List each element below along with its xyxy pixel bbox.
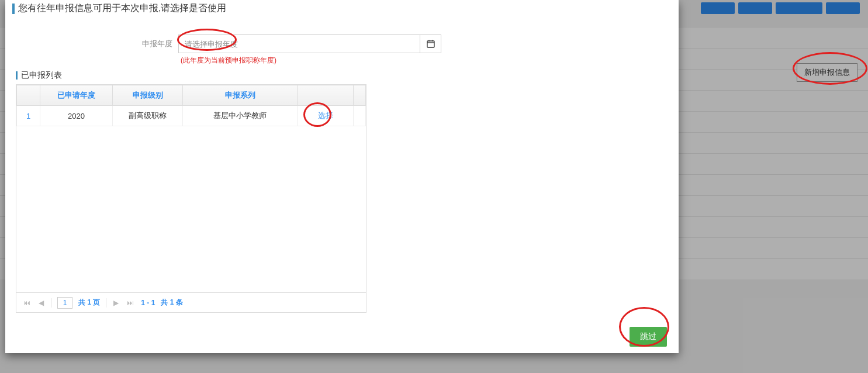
previous-declaration-modal: 您有往年申报信息可用于本次申报,请选择是否使用 申报年度: [5, 0, 679, 353]
year-form-row: 申报年度 (此年度为当前预申报职称年度): [16, 34, 668, 65]
table-row: 1 2020 副高级职称 基层中小学教师 选择: [17, 106, 366, 126]
year-label: 申报年度: [16, 34, 172, 49]
declared-table: 已申请年度 申报级别 申报系列 1 2020 副高级职称 基层中小学教师 选择: [16, 84, 366, 293]
col-series: 申报系列: [183, 85, 298, 106]
row-index: 1: [17, 106, 40, 126]
modal-footer: 跳过: [5, 320, 679, 353]
col-year: 已申请年度: [40, 85, 113, 106]
modal-title-text: 您有往年申报信息可用于本次申报,请选择是否使用: [18, 2, 226, 15]
pager-total-records: 共 1 条: [161, 298, 182, 308]
modal-title-bar: 您有往年申报信息可用于本次申报,请选择是否使用: [5, 0, 679, 18]
svg-rect-0: [427, 41, 434, 47]
cell-level: 副高级职称: [113, 106, 183, 126]
calendar-picker-button[interactable]: [420, 34, 441, 53]
calendar-icon: [427, 40, 435, 48]
pager-next-icon[interactable]: ▶: [112, 299, 120, 307]
year-input[interactable]: [178, 34, 420, 53]
table-empty-area: [16, 126, 366, 292]
pager-first-icon[interactable]: ⏮: [22, 299, 32, 307]
title-accent-bar: [12, 4, 15, 14]
cell-year: 2020: [40, 106, 113, 126]
col-level: 申报级别: [113, 85, 183, 106]
pager-page-input[interactable]: [57, 297, 72, 309]
pager: ⏮ ◀ 共 1 页 ▶ ⏭ 1 - 1 共 1 条: [16, 293, 366, 313]
background-toolbar: [701, 2, 860, 14]
pager-total-pages: 共 1 页: [78, 298, 100, 308]
skip-button[interactable]: 跳过: [630, 327, 667, 347]
table-header-row: 已申请年度 申报级别 申报系列: [17, 85, 366, 106]
year-hint-text: (此年度为当前预申报职称年度): [178, 56, 441, 65]
pager-range: 1 - 1: [141, 299, 155, 307]
declared-list-heading: 已申报列表: [16, 70, 668, 81]
pager-last-icon[interactable]: ⏭: [126, 299, 135, 307]
pager-prev-icon[interactable]: ◀: [37, 299, 45, 307]
add-declaration-button[interactable]: 新增申报信息: [797, 63, 857, 82]
select-link[interactable]: 选择: [318, 111, 333, 120]
cell-series: 基层中小学教师: [183, 106, 298, 126]
